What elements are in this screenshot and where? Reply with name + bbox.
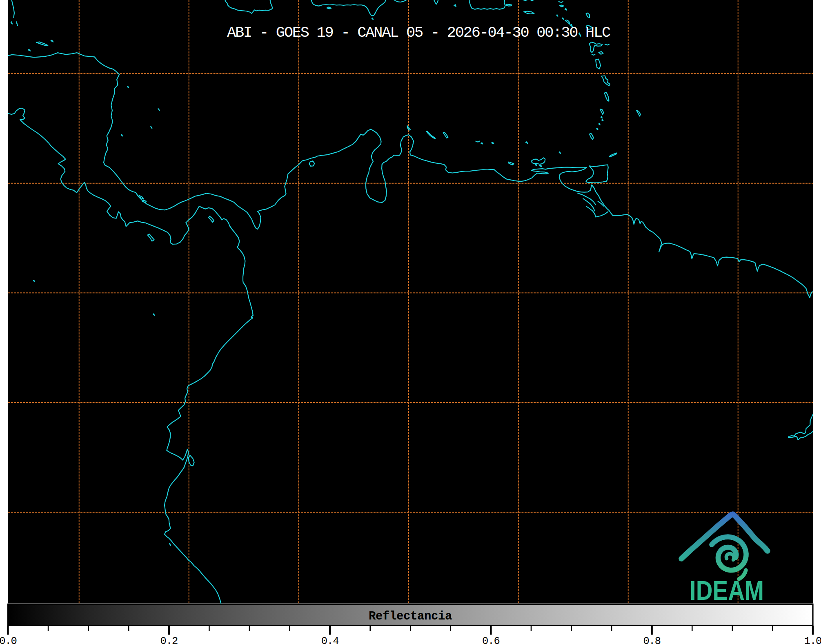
svg-text:Reflectancia: Reflectancia: [369, 610, 452, 623]
svg-text:0.2: 0.2: [160, 635, 178, 644]
svg-text:0.8: 0.8: [643, 635, 661, 644]
svg-text:1.0: 1.0: [804, 635, 821, 644]
svg-text:0.4: 0.4: [321, 635, 339, 644]
svg-text:0.6: 0.6: [482, 635, 500, 644]
svg-text:0.0: 0.0: [0, 635, 17, 644]
svg-text:IDEAM: IDEAM: [690, 575, 764, 606]
svg-text:ABI - GOES 19 - CANAL 05 - 202: ABI - GOES 19 - CANAL 05 - 2026-04-30 00…: [227, 24, 610, 41]
